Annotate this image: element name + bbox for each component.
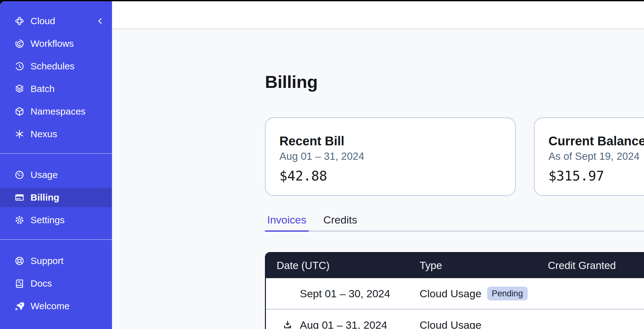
sidebar-item-label: Usage bbox=[30, 170, 58, 180]
temporal-cloud-icon bbox=[14, 16, 25, 26]
sidebar-item-label: Billing bbox=[30, 192, 59, 203]
card-title: Recent Bill bbox=[279, 134, 515, 148]
sidebar-divider bbox=[0, 239, 112, 240]
support-lifering-icon bbox=[14, 256, 25, 266]
column-header-date: Date (UTC) bbox=[266, 260, 420, 272]
invoices-table: Date (UTC) Type Credit Granted Sept 01 –… bbox=[265, 252, 644, 329]
sidebar-item-label: Workflows bbox=[30, 38, 74, 49]
sidebar-item-support[interactable]: Support bbox=[0, 251, 112, 271]
billing-tabs: Invoices Credits bbox=[265, 213, 644, 231]
download-invoice-button[interactable] bbox=[282, 320, 293, 329]
sidebar-item-label: Settings bbox=[30, 215, 64, 225]
sidebar-item-batch[interactable]: Batch bbox=[0, 79, 112, 99]
app-window: Cloud Workflows bbox=[0, 1, 644, 329]
column-header-credit-granted: Credit Granted bbox=[548, 260, 644, 272]
tab-credits[interactable]: Credits bbox=[321, 213, 360, 231]
sidebar-item-label: Support bbox=[30, 256, 63, 266]
invoice-type: Cloud Usage bbox=[420, 319, 482, 329]
table-row[interactable]: Aug 01 – 31, 2024 Cloud Usage bbox=[266, 309, 644, 329]
sidebar-item-welcome[interactable]: Welcome bbox=[0, 296, 112, 316]
sidebar-item-workflows[interactable]: Workflows bbox=[0, 34, 112, 53]
sidebar-divider bbox=[0, 153, 112, 154]
docs-book-icon bbox=[14, 278, 25, 289]
sidebar-item-docs[interactable]: Docs bbox=[0, 274, 112, 293]
sidebar-item-billing[interactable]: Billing bbox=[0, 188, 112, 207]
sidebar-item-cloud[interactable]: Cloud bbox=[0, 11, 112, 31]
recent-bill-card: Recent Bill Aug 01 – 31, 2024 $42.88 bbox=[265, 117, 516, 196]
sidebar-item-settings[interactable]: Settings bbox=[0, 210, 112, 230]
sidebar-item-nexus[interactable]: Nexus bbox=[0, 124, 112, 144]
current-balance-amount: $315.97 bbox=[548, 168, 644, 184]
schedules-icon bbox=[14, 61, 25, 72]
sidebar-brand-label: Cloud bbox=[30, 16, 55, 26]
sidebar-item-label: Schedules bbox=[30, 61, 74, 72]
current-balance-card: Current Balance As of Sept 19, 2024 $315… bbox=[534, 117, 644, 196]
status-badge: Pending bbox=[487, 287, 528, 300]
table-row[interactable]: Sept 01 – 30, 2024 Cloud Usage Pending bbox=[266, 278, 644, 309]
settings-gear-icon bbox=[14, 215, 25, 225]
collapse-sidebar-button[interactable] bbox=[96, 16, 105, 26]
sidebar: Cloud Workflows bbox=[0, 1, 112, 329]
sidebar-item-label: Batch bbox=[30, 84, 55, 94]
sidebar-item-label: Namespaces bbox=[30, 106, 85, 117]
namespaces-cube-icon bbox=[14, 106, 25, 117]
card-title: Current Balance bbox=[548, 134, 644, 148]
billing-card-icon bbox=[14, 192, 25, 203]
recent-bill-amount: $42.88 bbox=[279, 168, 515, 184]
batch-layers-icon bbox=[14, 84, 25, 94]
sidebar-item-label: Welcome bbox=[30, 301, 69, 311]
sidebar-item-label: Nexus bbox=[30, 129, 57, 139]
sidebar-item-label: Docs bbox=[30, 278, 52, 289]
nexus-asterisk-icon bbox=[14, 129, 25, 139]
download-slot-empty bbox=[282, 288, 293, 299]
billing-page: Billing Recent Bill Aug 01 – 31, 2024 $4… bbox=[265, 30, 644, 329]
invoice-date: Sept 01 – 30, 2024 bbox=[300, 288, 390, 300]
table-header-row: Date (UTC) Type Credit Granted bbox=[266, 253, 644, 278]
workflows-icon bbox=[14, 38, 25, 49]
topbar bbox=[113, 1, 644, 29]
invoice-type: Cloud Usage bbox=[420, 288, 482, 300]
sidebar-item-schedules[interactable]: Schedules bbox=[0, 57, 112, 76]
invoice-date: Aug 01 – 31, 2024 bbox=[300, 319, 387, 329]
summary-cards: Recent Bill Aug 01 – 31, 2024 $42.88 Cur… bbox=[265, 117, 644, 196]
card-subtitle: Aug 01 – 31, 2024 bbox=[279, 150, 515, 163]
chevron-left-icon bbox=[96, 17, 105, 25]
sidebar-item-usage[interactable]: Usage bbox=[0, 165, 112, 185]
welcome-rocket-icon bbox=[14, 301, 25, 311]
sidebar-item-namespaces[interactable]: Namespaces bbox=[0, 102, 112, 121]
page-title: Billing bbox=[265, 71, 644, 93]
usage-gauge-icon bbox=[14, 170, 25, 180]
download-icon bbox=[282, 320, 293, 329]
card-subtitle: As of Sept 19, 2024 bbox=[548, 150, 644, 163]
column-header-type: Type bbox=[420, 260, 548, 272]
tab-invoices[interactable]: Invoices bbox=[265, 213, 309, 232]
